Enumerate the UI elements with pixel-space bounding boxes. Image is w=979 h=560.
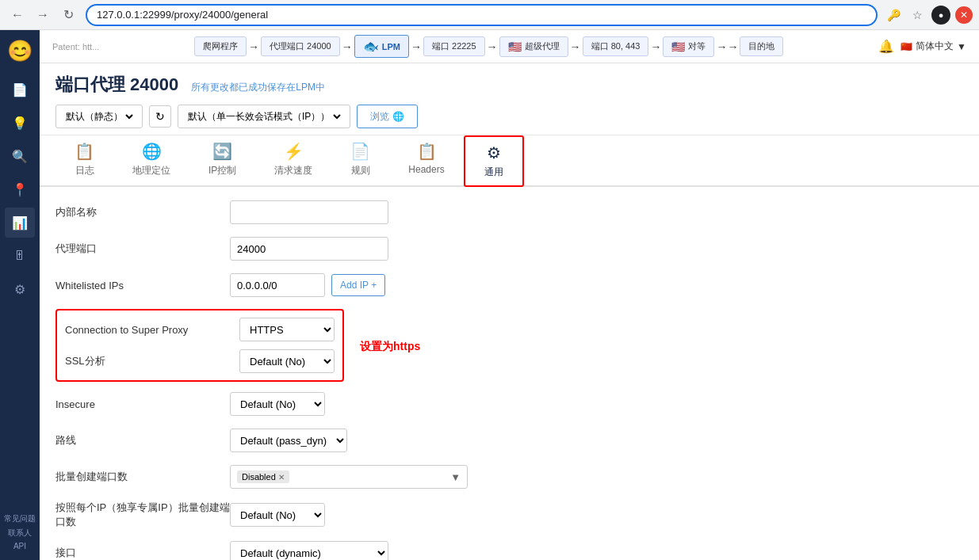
tab-logs-label: 日志 [75,164,94,177]
chevron-down-icon: ▼ [957,41,966,52]
page-title-row: 端口代理 24000 所有更改都已成功保存在LPM中 [55,73,963,97]
back-button[interactable]: ← [6,4,29,26]
control-ssl-analysis: Default (No) Yes No [239,349,335,373]
globe-icon: 🌐 [392,111,404,122]
label-internal-name: 内部名称 [55,205,230,219]
avatar: ● [931,6,950,25]
flow-step-peer: 🇺🇸 对等 [663,36,714,57]
preset-select[interactable]: 默认（静态） [63,110,136,123]
extension-icon: ✕ [955,6,973,24]
sidebar-item-lightbulb[interactable]: 💡 [5,108,35,138]
tab-rules[interactable]: 📄 规则 [331,135,389,187]
tab-speed[interactable]: ⚡ 清求速度 [255,135,331,187]
select-connection-super-proxy[interactable]: HTTP HTTPS SOCKS5 [239,318,335,341]
sidebar-item-gear[interactable]: ⚙ [5,274,35,304]
input-whitelisted-ips[interactable] [230,273,325,297]
flow-step-lpm: 🐟 LPM [354,35,409,58]
field-whitelisted-ips: Whitelisted IPs Add IP + [55,272,963,298]
flow-step-super-proxy: 🇺🇸 超级代理 [499,36,568,57]
sidebar-item-document[interactable]: 📄 [5,74,35,105]
tab-ip-control-icon: 🔄 [212,142,232,161]
refresh-btn[interactable]: ↻ [149,105,171,128]
select-route[interactable]: Default (pass_dyn) pass_dyn pass_res [230,429,347,452]
tab-geo-label: 地理定位 [132,164,170,177]
tag-disabled: Disabled ✕ [237,470,289,483]
sidebar-item-location[interactable]: 📍 [5,174,35,204]
forward-button[interactable]: → [32,4,54,26]
multiselect-bulk-ports[interactable]: Disabled ✕ ▼ [230,465,468,489]
address-bar[interactable] [86,4,878,26]
label-interface: 接口 [55,546,230,560]
tab-ip-control-label: IP控制 [208,164,236,177]
browser-actions: 🔑 ☆ ● ✕ [884,6,973,25]
tag-label-disabled: Disabled [242,472,276,482]
tab-headers[interactable]: 📋 Headers [389,135,463,187]
input-proxy-port[interactable] [230,237,388,261]
flow-arrow-1: → [248,40,259,53]
flow-step-port80-label: 端口 80, 443 [591,40,641,52]
flow-step-crawler-label: 爬网程序 [203,40,238,52]
flag-icon-super-proxy: 🇺🇸 [508,40,522,53]
browser-chrome: ← → ↻ 🔑 ☆ ● ✕ [0,0,979,30]
flow-arrow-2: → [342,40,353,53]
sidebar-logo[interactable]: 😊 [6,36,34,65]
flow-step-peer-label: 对等 [688,40,706,52]
tab-ip-control[interactable]: 🔄 IP控制 [189,135,255,187]
flow-arrow-5: → [570,40,581,53]
control-interface: Default (dynamic) [230,541,468,560]
field-insecure: Insecure Default (No) Yes No [55,391,963,417]
notification-icon[interactable]: 🔔 [878,39,894,54]
sidebar-api-link[interactable]: API [13,542,26,550]
control-insecure: Default (No) Yes No [230,392,468,416]
sidebar-contact-link[interactable]: 联系人 [8,528,32,539]
browse-button[interactable]: 浏览 🌐 [357,105,418,128]
select-interface[interactable]: Default (dynamic) [230,541,388,560]
sidebar-item-search[interactable]: 🔍 [5,141,35,171]
control-bulk-by-ip: Default (No) Yes No [230,503,468,527]
label-insecure: Insecure [55,398,230,410]
flow-step-port22225-label: 端口 22225 [432,40,476,52]
key-icon: 🔑 [884,6,903,25]
label-whitelisted-ips: Whitelisted IPs [55,280,230,291]
select-ssl-analysis[interactable]: Default (No) Yes No [239,349,335,373]
flow-step-port80: 端口 80, 443 [583,36,649,56]
select-bulk-by-ip[interactable]: Default (No) Yes No [230,503,325,527]
flag-icon-lang: 🇨🇳 [901,41,912,52]
flow-step-super-proxy-label: 超级代理 [525,40,560,52]
tag-close-disabled[interactable]: ✕ [278,473,285,482]
top-right-controls: 🔔 🇨🇳 简体中文 ▼ [878,39,966,54]
field-bulk-by-ip: 按照每个IP（独享专属IP）批量创建端口数 Default (No) Yes N… [55,501,963,529]
tab-geo[interactable]: 🌐 地理定位 [113,135,189,187]
flag-icon-peer: 🇺🇸 [671,40,685,53]
control-internal-name [230,200,468,224]
session-selector[interactable]: 默认（单一长效会话模式（IP）） [178,105,350,128]
sidebar-item-chart[interactable]: 📊 [5,208,35,238]
refresh-button[interactable]: ↻ [57,4,79,26]
flow-arrow-3: → [411,40,422,53]
browser-nav-buttons: ← → ↻ [6,4,79,26]
sidebar-faq-link[interactable]: 常见问题 [4,513,36,524]
tab-rules-label: 规则 [351,164,370,177]
tab-speed-icon: ⚡ [284,142,304,161]
label-bulk-ports: 批量创建端口数 [55,470,230,484]
add-ip-button[interactable]: Add IP + [331,274,385,296]
tab-logs[interactable]: 📋 日志 [55,135,113,187]
patent-link[interactable]: Patent: htt... [52,42,99,51]
header-controls: 默认（静态） ↻ 默认（单一长效会话模式（IP）） 浏览 🌐 [55,105,963,128]
flow-arrow-6: → [650,40,661,53]
control-bulk-ports: Disabled ✕ ▼ [230,465,468,489]
preset-selector[interactable]: 默认（静态） [55,105,143,128]
session-select[interactable]: 默认（单一长效会话模式（IP）） [185,110,343,123]
highlighted-fields: Connection to Super Proxy HTTP HTTPS SOC… [55,309,344,382]
sidebar-bottom: 常见问题 联系人 API [4,510,36,560]
select-insecure[interactable]: Default (No) Yes No [230,392,325,416]
star-icon[interactable]: ☆ [908,6,927,25]
field-interface: 接口 Default (dynamic) [55,540,963,560]
sidebar-item-sliders[interactable]: 🎚 [5,241,35,271]
input-internal-name[interactable] [230,200,388,224]
annotation-text: 设置为https [360,340,420,354]
language-selector[interactable]: 🇨🇳 简体中文 ▼ [901,40,966,53]
control-proxy-port [230,237,468,261]
flow-step-proxy-port: 代理端口 24000 [261,36,340,56]
tab-general[interactable]: ⚙ 通用 [464,135,524,187]
